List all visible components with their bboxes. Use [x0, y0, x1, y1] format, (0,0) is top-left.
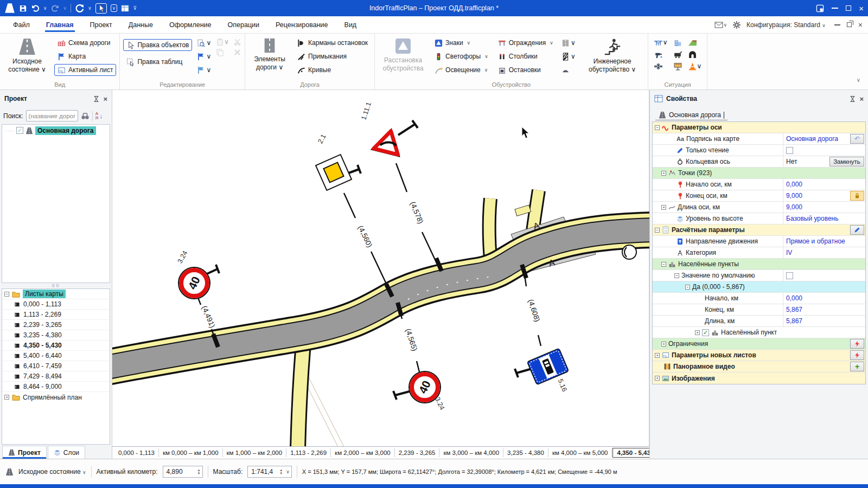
sheet-row[interactable]: 3,235 - 4,380: [2, 330, 110, 341]
tab-project[interactable]: Проект: [82, 18, 120, 32]
km-tab[interactable]: км 0,000 – км 1,000: [159, 448, 223, 457]
prop-group-new-sheets[interactable]: +Параметры новых листов: [653, 350, 865, 361]
select-mode-dropdown[interactable]: ∨: [111, 4, 118, 12]
close-icon[interactable]: ×: [103, 95, 107, 103]
lighting-button[interactable]: Освещение∨: [431, 64, 492, 76]
close-button[interactable]: ×: [859, 4, 864, 12]
tab-file[interactable]: Файл: [5, 18, 37, 32]
refresh-icon[interactable]: [75, 4, 84, 13]
sort-icon[interactable]: АЯ: [95, 112, 99, 120]
zoom-select-button[interactable]: ∨: [195, 37, 213, 49]
properties-object-tab[interactable]: Основная дорога: [655, 110, 727, 120]
fences-button[interactable]: Ограждения∨: [495, 37, 557, 49]
tunnel-icon[interactable]: [688, 50, 697, 59]
readonly-checkbox[interactable]: [786, 147, 793, 154]
sheet-row[interactable]: 8,464 - 9,000: [2, 382, 110, 392]
edit-objects-button[interactable]: Правка объектов: [123, 39, 192, 51]
sheet-row[interactable]: 2,239 - 3,265: [2, 320, 110, 330]
km-tab[interactable]: км 2,000 – км 3,000: [331, 448, 395, 457]
curves-button[interactable]: Кривые: [294, 64, 371, 76]
road-scheme-button[interactable]: Схема дороги: [54, 37, 116, 49]
building-icon[interactable]: [673, 38, 682, 47]
map-canvas[interactable]: А А (4,560) (4,578) (4,491) (4,: [112, 90, 649, 459]
marking-button[interactable]: ∨: [560, 37, 577, 49]
tab-review[interactable]: Рецензирование: [268, 18, 336, 32]
configuration-selector[interactable]: Конфигурация: Standard ∨: [746, 21, 826, 29]
layout-icon[interactable]: [121, 4, 129, 12]
speed-bump-button[interactable]: [560, 64, 577, 76]
km-tab[interactable]: 2,239 - 3,265: [395, 448, 440, 457]
plan-folder-row[interactable]: + Спрямлённый план: [2, 392, 110, 402]
prop-row-category[interactable]: КатегорияIV: [653, 247, 865, 259]
prop-row-length[interactable]: Длина, км5,867: [653, 316, 865, 327]
tab-data[interactable]: Данные: [121, 18, 161, 32]
pipeline-icon[interactable]: [654, 62, 663, 71]
default-checkbox[interactable]: [786, 272, 793, 279]
km-tab[interactable]: км 4,000 – км 5,000: [548, 448, 612, 457]
active-km-input[interactable]: 4,890▲▼: [163, 466, 203, 478]
state-selector[interactable]: Исходное состояние ∨: [18, 468, 86, 476]
prop-row-axis-end[interactable]: Конец оси, км9,000: [653, 190, 865, 202]
map-button[interactable]: Карта: [54, 50, 116, 62]
refresh-dropdown-icon[interactable]: ∨: [88, 5, 92, 11]
prop-row-end[interactable]: Конец, км5,867: [653, 304, 865, 316]
edit-calc-button[interactable]: [850, 225, 864, 235]
panel-splitter[interactable]: ⠿⠿: [0, 283, 112, 288]
scale-input[interactable]: 1:741,4▲▼∨: [247, 466, 292, 478]
close-ring-button[interactable]: Замкнуть: [829, 157, 864, 166]
gear-icon[interactable]: [732, 21, 741, 29]
doc-restore-button[interactable]: [847, 22, 852, 27]
roadworks-button[interactable]: ∨: [688, 62, 702, 71]
recalc-button[interactable]: [850, 350, 864, 360]
add-video-button[interactable]: +: [850, 362, 864, 371]
new-flag-button[interactable]: ∨: [195, 50, 213, 62]
sheet-row-active[interactable]: 4,350 - 5,430: [2, 341, 110, 351]
undo-icon[interactable]: [31, 4, 40, 12]
railroad-icon[interactable]: [673, 50, 682, 59]
prop-row-start[interactable]: Начало, км0,000: [653, 293, 865, 304]
sheet-row[interactable]: 5,400 - 6,440: [2, 351, 110, 361]
road-tree-item[interactable]: ···· ✓ Основная дорога: [2, 125, 110, 136]
tab-home[interactable]: Главная: [39, 18, 81, 32]
maximize-button[interactable]: [846, 5, 851, 11]
prop-row-ring-axis[interactable]: Кольцевая осьНетЗамкнуть: [653, 156, 865, 168]
sheet-row[interactable]: 6,410 - 7,459: [2, 361, 110, 371]
bridge-button[interactable]: ∨: [654, 38, 668, 47]
prop-row-axis-start[interactable]: Начало оси, км0,000: [653, 179, 865, 190]
road-elements-button[interactable]: Элементы дороги ∨: [248, 36, 291, 72]
road-checkbox[interactable]: ✓: [16, 127, 23, 134]
km-tab[interactable]: 0,000 - 1,113: [114, 448, 159, 457]
mail-button[interactable]: ∨: [714, 21, 727, 29]
search-input[interactable]: [26, 110, 78, 121]
prop-group-panoramic-video[interactable]: Панорамное видео+: [653, 361, 865, 373]
doc-close-button[interactable]: ×: [858, 21, 863, 29]
close-icon[interactable]: ×: [859, 95, 864, 103]
bus-bays-button[interactable]: Карманы остановок: [294, 37, 371, 49]
posts-button[interactable]: Столбики: [495, 50, 557, 62]
prop-row-direction[interactable]: Направление движенияПрямое и обратное: [653, 236, 865, 247]
water-tap-icon[interactable]: [654, 50, 663, 59]
undo-value-button[interactable]: ↶: [850, 134, 864, 144]
pin-icon[interactable]: [93, 95, 100, 102]
lock-button[interactable]: [850, 191, 864, 201]
select-mode-button[interactable]: [95, 3, 107, 14]
traffic-lights-button[interactable]: Светофоры∨: [431, 50, 492, 62]
prop-row-yes-range[interactable]: −Да (0,000 - 5,867): [653, 281, 865, 293]
prop-row-axis-length[interactable]: +Длина оси, км9,000: [653, 202, 865, 213]
km-tab[interactable]: км 3,000 – км 4,000: [439, 448, 503, 457]
tab-layers-bottom[interactable]: Слои: [48, 446, 85, 459]
prop-group-axis[interactable]: −Параметры оси: [653, 122, 865, 133]
active-sheet-button[interactable]: Активный лист: [54, 64, 116, 76]
prop-row-caption[interactable]: AaПодпись на картеОсновная дорога↶: [653, 133, 865, 145]
undo-dropdown-icon[interactable]: ∨: [43, 5, 47, 11]
tab-design[interactable]: Оформление: [162, 18, 219, 32]
sheet-row[interactable]: 1,113 - 2,269: [2, 310, 110, 320]
sheet-row[interactable]: 7,429 - 8,494: [2, 371, 110, 382]
km-tab-active[interactable]: 4,350 - 5,430: [612, 448, 649, 458]
prop-group-calc[interactable]: −Расчётные параметры: [653, 224, 865, 236]
km-tab[interactable]: 3,235 - 4,380: [503, 448, 548, 457]
tab-project-bottom[interactable]: Проект: [2, 446, 47, 459]
minimize-button[interactable]: [832, 8, 838, 9]
junctions-button[interactable]: Примыкания: [294, 50, 371, 62]
km-tab[interactable]: 1,113 - 2,269: [286, 448, 331, 457]
